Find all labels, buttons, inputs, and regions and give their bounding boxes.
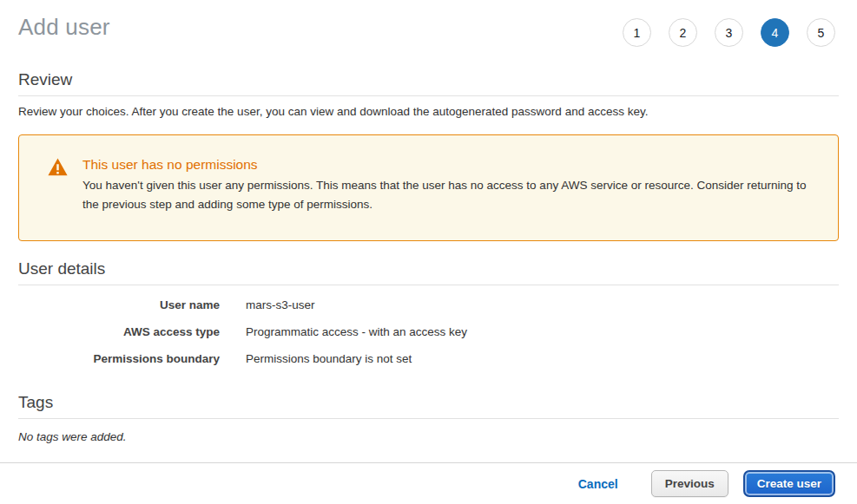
review-divider [18,95,839,96]
step-1-indicator: 1 [623,18,651,47]
step-3-indicator: 3 [715,18,743,47]
review-description: Review your choices. After you create th… [18,104,839,120]
review-heading: Review [18,70,839,89]
detail-value: mars-s3-user [246,298,315,312]
user-details-heading: User details [18,259,839,278]
detail-value: Permissions boundary is not set [246,352,412,366]
tags-empty-text: No tags were added. [18,430,839,443]
detail-row-permissions-boundary: Permissions boundary Permissions boundar… [18,352,839,366]
step-5-indicator: 5 [807,18,835,47]
detail-value: Programmatic access - with an access key [246,325,467,339]
tags-section: Tags No tags were added. [18,393,839,443]
wizard-content: Review Review your choices. After you cr… [0,47,857,462]
step-2-indicator: 2 [669,18,697,47]
review-section: Review Review your choices. After you cr… [18,70,839,120]
detail-label: User name [18,298,220,312]
create-user-button[interactable]: Create user [743,470,835,497]
tags-divider [18,418,839,419]
wizard-header: Add user 1 2 3 4 5 [0,0,857,47]
detail-row-user-name: User name mars-s3-user [18,298,839,312]
previous-button[interactable]: Previous [651,470,728,497]
wizard-footer: Cancel Previous Create user [0,462,857,504]
warning-triangle-icon [48,156,82,240]
cancel-link[interactable]: Cancel [578,477,618,491]
warning-title: This user has no permissions [82,156,807,173]
add-user-wizard-page: Add user 1 2 3 4 5 Review Review your ch… [0,0,857,504]
step-indicator: 1 2 3 4 5 [623,18,835,47]
step-4-indicator-active: 4 [761,18,789,47]
detail-label: AWS access type [18,325,220,339]
tags-heading: Tags [18,393,839,412]
user-details-rows: User name mars-s3-user AWS access type P… [18,298,839,366]
page-title: Add user [18,14,110,41]
warning-text: This user has no permissions You haven't… [82,156,807,240]
no-permissions-warning-box: This user has no permissions You haven't… [18,134,839,241]
detail-row-access-type: AWS access type Programmatic access - wi… [18,325,839,339]
detail-label: Permissions boundary [18,352,220,366]
user-details-divider [18,285,839,285]
warning-body: You haven't given this user any permissi… [82,176,807,214]
user-details-section: User details User name mars-s3-user AWS … [18,259,839,366]
